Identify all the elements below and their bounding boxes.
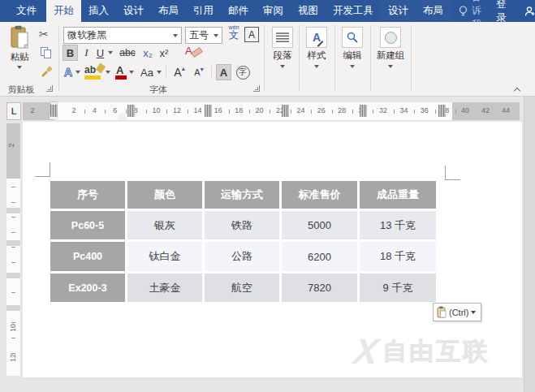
table-row-marker[interactable] (6, 273, 20, 278)
table-row-marker[interactable] (6, 208, 20, 213)
highlight-dropdown-arrow[interactable] (106, 71, 110, 74)
ribbon-tab-2[interactable]: 插入 (81, 0, 116, 22)
paste-options-dropdown-arrow[interactable] (471, 311, 476, 314)
table-data-cell[interactable]: 银灰 (127, 211, 202, 239)
paste-dropdown-arrow[interactable] (17, 66, 22, 69)
enclose-characters-button[interactable]: 字 (235, 64, 251, 80)
text-effects-dropdown-arrow[interactable] (76, 71, 80, 74)
scissors-icon: ✂ (39, 28, 49, 41)
sign-in-button[interactable]: 登录 (490, 0, 513, 22)
ribbon-tab-6[interactable]: 邮件 (221, 0, 256, 22)
cut-button[interactable]: ✂ (39, 27, 49, 41)
editing-group-button[interactable]: 编辑 (338, 27, 367, 68)
paste-button[interactable]: 粘贴 (3, 25, 36, 69)
strikethrough-button[interactable]: abc (117, 45, 138, 61)
grow-font-button[interactable]: A▴ (170, 64, 188, 80)
lightbulb-icon (459, 6, 468, 17)
change-case-dropdown-arrow[interactable] (157, 71, 162, 74)
table-data-cell[interactable]: 9 千克 (360, 274, 436, 302)
text-effects-button[interactable]: A (62, 64, 75, 80)
document-table[interactable]: 序号颜色运输方式标准售价成品重量Pc60-5银灰铁路500013 千克Pc400… (50, 181, 436, 302)
table-data-cell[interactable]: 7820 (282, 274, 357, 302)
tab-stop-selector[interactable]: L (6, 102, 21, 120)
table-column-marker[interactable] (205, 105, 212, 117)
table-data-cell[interactable]: 13 千克 (360, 211, 436, 239)
table-row-id-cell[interactable]: Pc400 (50, 242, 125, 271)
font-dialog-launcher[interactable] (253, 85, 260, 92)
tell-me-box[interactable]: 告诉我... (459, 0, 490, 22)
clear-formatting-button[interactable]: A (185, 44, 203, 60)
table-column-marker[interactable] (282, 105, 289, 117)
ribbon-tab-7[interactable]: 审阅 (256, 0, 291, 22)
table-data-cell[interactable]: 钛白金 (127, 242, 202, 271)
ribbon-tab-8[interactable]: 视图 (291, 0, 326, 22)
italic-button[interactable]: I (81, 45, 92, 61)
table-row-marker[interactable] (6, 305, 20, 311)
ruler-tick (455, 110, 456, 114)
table-column-marker[interactable] (438, 105, 446, 117)
bold-button[interactable]: B (63, 45, 78, 61)
vertical-ruler[interactable]: 21012 (6, 123, 20, 376)
font-name-combo[interactable]: 微软雅黑 (63, 27, 182, 44)
table-data-cell[interactable]: 土豪金 (127, 274, 202, 302)
character-border-button[interactable]: A (244, 27, 259, 42)
underline-button[interactable]: U (94, 45, 106, 61)
table-data-cell[interactable]: 铁路 (205, 211, 279, 239)
table-column-marker[interactable] (50, 105, 58, 117)
font-color-dropdown-arrow[interactable] (129, 71, 134, 74)
table-row-id-cell[interactable]: Pc60-5 (50, 211, 125, 239)
font-size-dropdown-arrow[interactable] (214, 34, 218, 37)
table-header-cell[interactable]: 成品重量 (360, 181, 436, 209)
ribbon-tab-1[interactable]: 开始 (46, 0, 81, 22)
paragraph-group-button[interactable]: 段落 (268, 27, 297, 68)
styles-group-button[interactable]: A 样式 (302, 27, 331, 68)
document-page[interactable]: 序号颜色运输方式标准售价成品重量Pc60-5银灰铁路500013 千克Pc400… (23, 122, 522, 377)
font-size-combo[interactable]: 五号 (185, 27, 222, 44)
copy-button[interactable] (41, 47, 52, 59)
horizontal-ruler[interactable]: 2246810121416182022242628303234363840424… (23, 102, 520, 120)
table-data-cell[interactable]: 6200 (282, 242, 357, 271)
clipboard-dialog-launcher[interactable] (46, 85, 53, 92)
table-header-cell[interactable]: 标准售价 (282, 181, 357, 209)
ribbon-tab-11[interactable]: 布局 (416, 0, 451, 22)
table-data-cell[interactable]: 5000 (282, 211, 357, 239)
subscript-button[interactable]: x₂ (140, 45, 155, 61)
editing-dropdown-arrow[interactable] (350, 65, 355, 68)
ruler-number: 12 (9, 354, 17, 362)
scrollbar-area[interactable] (524, 97, 535, 392)
table-column-marker[interactable] (360, 105, 367, 117)
collapse-ribbon-chevron-icon[interactable] (515, 87, 522, 94)
new-group-dropdown-arrow[interactable] (388, 65, 393, 68)
table-row-id-cell[interactable]: Ex200-3 (50, 274, 125, 302)
paste-options-clipboard-icon (437, 306, 447, 318)
font-name-dropdown-arrow[interactable] (173, 34, 178, 37)
ribbon-tab-10[interactable]: 设计 (381, 0, 416, 22)
underline-dropdown-arrow[interactable] (108, 51, 113, 54)
shrink-font-button[interactable]: A▾ (190, 64, 208, 80)
new-group-button[interactable]: 新建组 (372, 27, 409, 68)
table-column-marker[interactable] (127, 105, 135, 117)
superscript-button[interactable]: x² (157, 45, 171, 61)
table-header-cell[interactable]: 序号 (50, 181, 125, 209)
ribbon-tab-4[interactable]: 布局 (151, 0, 186, 22)
table-header-cell[interactable]: 运输方式 (205, 181, 279, 209)
styles-dropdown-arrow[interactable] (314, 65, 319, 68)
font-color-button[interactable]: A (115, 64, 127, 80)
change-case-button[interactable]: Aa (138, 64, 156, 80)
ribbon-tab-3[interactable]: 设计 (116, 0, 151, 22)
table-row-marker[interactable] (6, 240, 20, 246)
share-button[interactable]: 共享 (516, 0, 535, 22)
ribbon-tab-0[interactable]: 文件 (6, 0, 46, 22)
table-data-cell[interactable]: 公路 (205, 242, 279, 271)
table-header-cell[interactable]: 颜色 (127, 181, 202, 209)
paragraph-dropdown-arrow[interactable] (280, 65, 285, 68)
table-data-cell[interactable]: 18 千克 (360, 242, 436, 271)
highlight-color-button[interactable]: ab (84, 64, 104, 80)
paste-options-button[interactable]: (Ctrl) (433, 303, 481, 321)
table-data-cell[interactable]: 航空 (205, 274, 279, 302)
ribbon-tab-9[interactable]: 开发工具 (326, 0, 381, 22)
phonetic-guide-button[interactable]: wén 文 (226, 24, 242, 40)
ribbon-tab-5[interactable]: 引用 (186, 0, 221, 22)
format-painter-button[interactable] (41, 65, 53, 77)
character-shading-button[interactable]: A (216, 64, 231, 80)
